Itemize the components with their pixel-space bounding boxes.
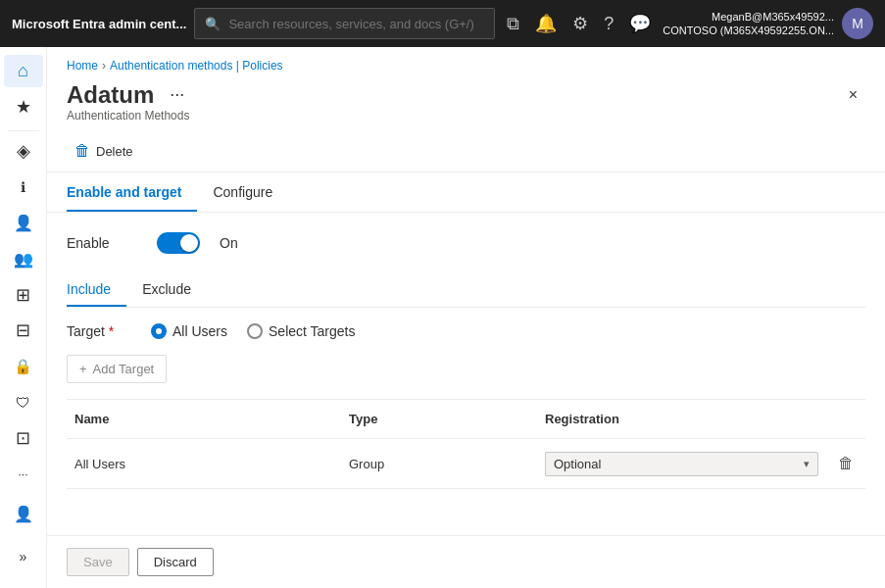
- sidebar-item-users[interactable]: 👤: [4, 207, 43, 239]
- table-row: All Users Group Optional ▾ 🗑: [67, 439, 865, 489]
- cell-name: All Users: [67, 449, 341, 479]
- more-actions-button[interactable]: ···: [162, 80, 192, 109]
- app-logo: Microsoft Entra admin cent...: [12, 17, 186, 31]
- sidebar-item-apps[interactable]: ⊞: [4, 278, 43, 311]
- main-content: Home › Authentication methods | Policies…: [47, 47, 885, 588]
- toggle-state-label: On: [220, 235, 238, 251]
- feedback-icon[interactable]: 💬: [625, 9, 655, 38]
- sidebar-item-account[interactable]: 👤: [4, 494, 43, 533]
- avatar[interactable]: M: [842, 8, 873, 39]
- col-type: Type: [341, 408, 537, 430]
- discard-button[interactable]: Discard: [137, 548, 214, 576]
- sidebar-item-groups[interactable]: 👥: [4, 243, 43, 275]
- toggle-track: [157, 232, 200, 254]
- topbar: Microsoft Entra admin cent... 🔍 ⧉ 🔔 ⚙ ? …: [0, 0, 885, 47]
- tab-content: Enable On Include Exclude Target *: [47, 213, 885, 535]
- target-row: Target * All Users Select Targets: [67, 323, 865, 339]
- sidebar-item-favorites[interactable]: ★: [4, 91, 43, 123]
- enable-label: Enable: [67, 235, 145, 251]
- toggle-thumb: [180, 234, 198, 252]
- user-info: MeganB@M365x49592... CONTOSO (M365X49592…: [663, 10, 834, 38]
- sidebar-item-reports[interactable]: ⊡: [4, 422, 43, 455]
- col-registration: Registration: [537, 408, 826, 430]
- user-name: MeganB@M365x49592...: [663, 10, 834, 24]
- close-button[interactable]: ×: [841, 82, 865, 108]
- targets-table: Name Type Registration All Users Group O…: [67, 399, 865, 489]
- add-target-button[interactable]: + Add Target: [67, 355, 167, 383]
- col-name: Name: [67, 408, 341, 430]
- col-actions: [826, 408, 865, 430]
- target-label: Target *: [67, 323, 135, 339]
- add-target-label: Add Target: [93, 362, 155, 376]
- radio-all-users-circle: [151, 323, 167, 339]
- search-bar[interactable]: 🔍: [194, 8, 495, 39]
- main-layout: ⌂ ★ ◈ ℹ 👤 👥 ⊞ ⊟ 🔒 🛡 ⊡ ··· 👤 » Home › Aut…: [0, 47, 885, 588]
- sidebar-item-expand[interactable]: »: [4, 537, 43, 576]
- cell-type: Group: [341, 449, 537, 479]
- search-icon: 🔍: [205, 17, 221, 31]
- save-button[interactable]: Save: [67, 548, 129, 576]
- delete-label: Delete: [96, 144, 133, 159]
- breadcrumb-section[interactable]: Authentication methods | Policies: [110, 59, 283, 73]
- trash-icon: 🗑: [74, 142, 90, 160]
- radio-all-users-label: All Users: [172, 323, 227, 339]
- radio-all-users[interactable]: All Users: [151, 323, 227, 339]
- main-tabs: Enable and target Configure: [47, 172, 885, 213]
- cell-delete: 🗑: [826, 443, 865, 484]
- page-subtitle: Authentication Methods: [47, 109, 885, 130]
- sidebar-item-more[interactable]: ···: [4, 458, 43, 490]
- tab-enable-target[interactable]: Enable and target: [67, 172, 197, 212]
- delete-row-button[interactable]: 🗑: [834, 451, 858, 476]
- sidebar-item-grid[interactable]: ⊟: [4, 315, 43, 347]
- topbar-icons: ⧉ 🔔 ⚙ ? 💬 MeganB@M365x49592... CONTOSO (…: [503, 8, 873, 39]
- breadcrumb: Home › Authentication methods | Policies: [47, 47, 885, 76]
- dropdown-arrow-icon: ▾: [804, 458, 810, 470]
- sidebar-bottom: 👤 »: [4, 494, 43, 580]
- footer: Save Discard: [47, 535, 885, 588]
- required-mark: *: [109, 323, 114, 339]
- table-header: Name Type Registration: [67, 400, 865, 439]
- settings-icon[interactable]: ⚙: [568, 9, 592, 38]
- user-org: CONTOSO (M365X49592255.ON...: [663, 24, 834, 37]
- subtabs: Include Exclude: [67, 273, 865, 308]
- sidebar-item-shield[interactable]: 🛡: [4, 386, 43, 418]
- subtab-exclude[interactable]: Exclude: [142, 273, 207, 307]
- enable-row: Enable On: [67, 232, 865, 254]
- radio-select-targets[interactable]: Select Targets: [247, 323, 355, 339]
- plus-icon: +: [79, 362, 87, 376]
- user-profile[interactable]: MeganB@M365x49592... CONTOSO (M365X49592…: [663, 8, 873, 39]
- breadcrumb-home[interactable]: Home: [67, 59, 98, 73]
- subtab-include[interactable]: Include: [67, 273, 126, 307]
- radio-select-targets-label: Select Targets: [269, 323, 355, 339]
- delete-button[interactable]: 🗑 Delete: [67, 138, 141, 164]
- help-icon[interactable]: ?: [600, 10, 617, 38]
- sidebar-item-info[interactable]: ℹ: [4, 172, 43, 204]
- target-radio-group: All Users Select Targets: [151, 323, 355, 339]
- page-header: Adatum ··· ×: [47, 76, 885, 109]
- action-bar: 🗑 Delete: [47, 130, 885, 172]
- search-input[interactable]: [228, 17, 484, 31]
- delete-row-icon: 🗑: [838, 455, 854, 472]
- sidebar: ⌂ ★ ◈ ℹ 👤 👥 ⊞ ⊟ 🔒 🛡 ⊡ ··· 👤 »: [0, 47, 47, 588]
- portal-icon[interactable]: ⧉: [503, 10, 523, 38]
- registration-dropdown[interactable]: Optional ▾: [545, 452, 818, 476]
- tab-configure[interactable]: Configure: [213, 172, 288, 212]
- registration-value: Optional: [554, 457, 601, 471]
- notification-icon[interactable]: 🔔: [531, 9, 561, 38]
- enable-toggle[interactable]: [157, 232, 200, 254]
- page-title: Adatum: [67, 81, 154, 109]
- radio-select-targets-circle: [247, 323, 263, 339]
- sidebar-item-dashboard[interactable]: ◈: [4, 135, 43, 168]
- sidebar-item-home[interactable]: ⌂: [4, 55, 43, 87]
- cell-registration: Optional ▾: [537, 444, 826, 484]
- breadcrumb-sep1: ›: [102, 59, 106, 73]
- sidebar-item-lock[interactable]: 🔒: [4, 351, 43, 383]
